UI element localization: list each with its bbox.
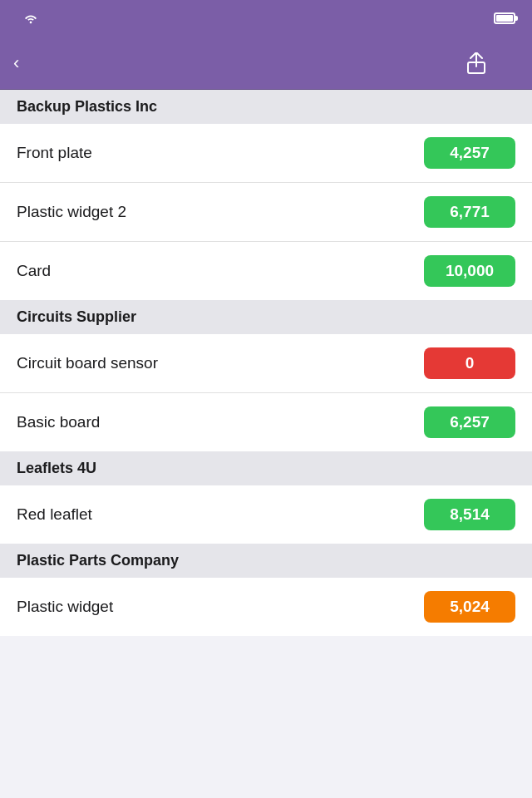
- section-items-leaflets-4u: Red leaflet8,514: [0, 485, 532, 544]
- list-item-front-plate[interactable]: Front plate4,257: [0, 124, 532, 183]
- item-name-basic-board: Basic board: [17, 413, 100, 431]
- section-header-text-circuits-supplier: Circuits Supplier: [17, 308, 136, 325]
- section-items-plastic-parts-company: Plastic widget5,024: [0, 578, 532, 636]
- item-name-plastic-widget-2: Plastic widget 2: [17, 203, 126, 221]
- item-name-circuit-board-sensor: Circuit board sensor: [17, 354, 158, 372]
- item-name-plastic-widget: Plastic widget: [17, 598, 113, 616]
- item-badge-circuit-board-sensor: 0: [424, 347, 515, 379]
- section-items-backup-plastics: Front plate4,257Plastic widget 26,771Car…: [0, 124, 532, 300]
- content-list: Backup Plastics IncFront plate4,257Plast…: [0, 90, 532, 798]
- back-button[interactable]: ‹: [13, 52, 24, 74]
- battery-icon: [494, 12, 515, 24]
- section-header-circuits-supplier: Circuits Supplier: [0, 300, 532, 334]
- status-bar-right: [494, 12, 515, 24]
- section-items-circuits-supplier: Circuit board sensor0Basic board6,257: [0, 334, 532, 451]
- item-badge-basic-board: 6,257: [424, 406, 515, 438]
- list-item-basic-board[interactable]: Basic board6,257: [0, 393, 532, 451]
- section-header-text-backup-plastics: Backup Plastics Inc: [17, 98, 157, 115]
- nav-bar: ‹: [0, 37, 532, 90]
- item-name-front-plate: Front plate: [17, 144, 92, 162]
- item-name-card: Card: [17, 262, 51, 280]
- item-badge-card: 10,000: [424, 255, 515, 287]
- list-item-card[interactable]: Card10,000: [0, 242, 532, 300]
- list-item-red-leaflet[interactable]: Red leaflet8,514: [0, 485, 532, 544]
- section-header-text-leaflets-4u: Leaflets 4U: [17, 460, 96, 476]
- item-badge-red-leaflet: 8,514: [424, 499, 515, 530]
- nav-actions: [467, 52, 519, 74]
- item-badge-plastic-widget: 5,024: [424, 591, 515, 623]
- item-name-red-leaflet: Red leaflet: [17, 505, 92, 524]
- section-header-plastic-parts-company: Plastic Parts Company: [0, 544, 532, 578]
- item-badge-front-plate: 4,257: [424, 137, 515, 169]
- item-badge-plastic-widget-2: 6,771: [424, 196, 515, 228]
- status-bar-left: [17, 12, 38, 24]
- share-button[interactable]: [467, 52, 485, 74]
- wifi-icon: [23, 12, 38, 24]
- status-bar: [0, 0, 532, 37]
- list-item-plastic-widget-2[interactable]: Plastic widget 26,771: [0, 183, 532, 242]
- section-header-leaflets-4u: Leaflets 4U: [0, 451, 532, 485]
- share-icon: [467, 52, 485, 74]
- section-header-text-plastic-parts-company: Plastic Parts Company: [17, 552, 179, 569]
- back-chevron-icon: ‹: [13, 52, 19, 74]
- section-header-backup-plastics: Backup Plastics Inc: [0, 90, 532, 124]
- list-item-plastic-widget[interactable]: Plastic widget5,024: [0, 578, 532, 636]
- list-item-circuit-board-sensor[interactable]: Circuit board sensor0: [0, 334, 532, 393]
